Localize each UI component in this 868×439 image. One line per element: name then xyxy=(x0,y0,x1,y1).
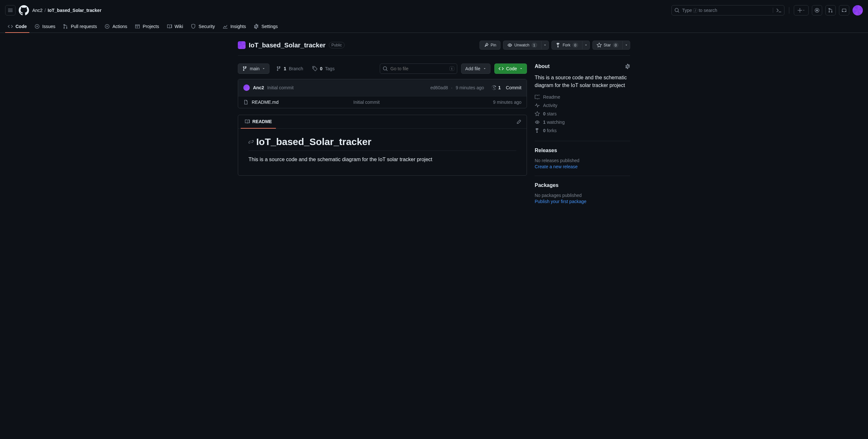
commit-author[interactable]: Anc2 xyxy=(253,85,264,90)
tab-security[interactable]: Security xyxy=(188,21,217,33)
watch-menu[interactable] xyxy=(541,41,549,49)
notifications-button[interactable] xyxy=(839,5,849,15)
add-file-button[interactable]: Add file xyxy=(461,64,491,74)
edit-readme-button[interactable] xyxy=(514,117,524,127)
caret-down-icon xyxy=(520,67,523,70)
link-icon[interactable] xyxy=(248,139,254,145)
tab-code[interactable]: Code xyxy=(5,21,29,33)
tab-pulls[interactable]: Pull requests xyxy=(60,21,99,33)
main-column: main 1 Branch 0 Tags t Add file Code Anc… xyxy=(238,64,527,210)
breadcrumb: Anc2 / IoT_based_Solar_tracker xyxy=(32,8,101,13)
readme-paragraph: This is a source code and the schematic … xyxy=(248,157,516,163)
pulls-button[interactable] xyxy=(826,5,836,15)
github-logo[interactable] xyxy=(19,5,29,15)
create-release-link[interactable]: Create a new release xyxy=(535,164,578,169)
go-to-file[interactable]: t xyxy=(380,64,457,74)
issue-opened-icon xyxy=(34,24,40,29)
caret-down-icon xyxy=(584,43,588,47)
branch-picker[interactable]: main xyxy=(238,64,270,74)
search-placeholder: Type / to search xyxy=(682,8,717,13)
fork-button[interactable]: Fork0 xyxy=(552,41,582,49)
table-row: README.md Initial commit 9 minutes ago xyxy=(238,96,527,108)
tab-wiki[interactable]: Wiki xyxy=(164,21,186,33)
command-palette-icon[interactable] xyxy=(773,8,781,13)
graph-icon xyxy=(223,24,228,29)
book-icon xyxy=(167,24,172,29)
repo-header: IoT_based_Solar_tracker Public Pin Unwat… xyxy=(238,41,630,56)
menu-button[interactable] xyxy=(5,5,16,15)
releases-title[interactable]: Releases xyxy=(535,147,630,154)
tab-insights[interactable]: Insights xyxy=(220,21,248,33)
pin-button[interactable]: Pin xyxy=(479,41,500,49)
star-button[interactable]: Star0 xyxy=(592,41,622,49)
inbox-icon xyxy=(841,8,847,13)
create-new-button[interactable] xyxy=(794,5,809,15)
go-to-file-key: t xyxy=(450,66,454,71)
owner-avatar[interactable] xyxy=(238,41,246,49)
caret-down-icon xyxy=(803,9,805,11)
unwatch-button[interactable]: Unwatch1 xyxy=(503,41,541,49)
book-icon xyxy=(535,95,540,100)
branches-link[interactable]: 1 Branch xyxy=(273,66,306,71)
readme-tab[interactable]: README xyxy=(241,115,276,129)
divider xyxy=(789,7,789,13)
repo-name[interactable]: IoT_based_Solar_tracker xyxy=(249,42,326,49)
readme-container: README IoT_based_Solar_tracker This is a… xyxy=(238,115,527,176)
activity-link[interactable]: Activity xyxy=(535,103,630,108)
sidebar: About This is a source code and the sche… xyxy=(535,64,630,210)
fork-icon xyxy=(535,128,540,133)
git-branch-icon xyxy=(276,66,281,71)
commit-time: 9 minutes ago xyxy=(456,85,484,90)
star-icon xyxy=(597,42,602,48)
about-title: About xyxy=(535,64,630,69)
user-avatar[interactable] xyxy=(852,5,863,15)
edit-about-button[interactable] xyxy=(625,64,630,69)
shield-icon xyxy=(191,24,196,29)
readme-link[interactable]: Readme xyxy=(535,95,630,100)
star-menu[interactable] xyxy=(622,41,630,49)
search-icon xyxy=(383,66,388,71)
breadcrumb-sep: / xyxy=(44,8,46,13)
publish-package-link[interactable]: Publish your first package xyxy=(535,199,586,204)
packages-title[interactable]: Packages xyxy=(535,182,630,188)
commit-sha[interactable]: ed60ad8 xyxy=(430,85,448,90)
gear-icon xyxy=(254,24,259,29)
file-commit-msg[interactable]: Initial commit xyxy=(353,100,463,105)
forks-link[interactable]: 0 forks xyxy=(535,128,630,133)
play-icon xyxy=(104,24,110,29)
watching-link[interactable]: 1 watching xyxy=(535,120,630,125)
file-icon xyxy=(243,100,248,105)
about-description: This is a source code and the schematic … xyxy=(535,74,630,89)
search-icon xyxy=(674,8,680,13)
code-download-button[interactable]: Code xyxy=(494,64,527,74)
caret-down-icon xyxy=(544,43,547,47)
tab-settings[interactable]: Settings xyxy=(251,21,280,33)
repo-tabs: Code Issues Pull requests Actions Projec… xyxy=(0,21,868,33)
eye-icon xyxy=(507,42,513,48)
owner-link[interactable]: Anc2 xyxy=(32,8,42,13)
commits-link[interactable]: 1 Commit xyxy=(491,85,522,90)
go-to-file-input[interactable] xyxy=(391,66,447,71)
tab-actions[interactable]: Actions xyxy=(102,21,130,33)
tags-link[interactable]: 0 Tags xyxy=(310,66,337,71)
latest-commit: Anc2 Initial commit ed60ad8 · 9 minutes … xyxy=(238,79,527,96)
commit-message[interactable]: Initial commit xyxy=(267,85,293,90)
visibility-pill: Public xyxy=(329,42,345,48)
caret-down-icon xyxy=(483,67,486,70)
fork-icon xyxy=(556,42,561,48)
git-branch-icon xyxy=(242,66,247,71)
pin-icon xyxy=(484,42,489,48)
star-icon xyxy=(535,111,540,116)
git-pull-request-icon xyxy=(63,24,68,29)
stars-link[interactable]: 0 stars xyxy=(535,111,630,116)
file-name[interactable]: README.md xyxy=(252,100,278,105)
repo-link[interactable]: IoT_based_Solar_tracker xyxy=(48,8,102,13)
tag-icon xyxy=(312,66,317,71)
file-toolbar: main 1 Branch 0 Tags t Add file Code xyxy=(238,64,527,74)
tab-projects[interactable]: Projects xyxy=(132,21,162,33)
commit-author-avatar[interactable] xyxy=(243,85,250,91)
issues-button[interactable] xyxy=(812,5,822,15)
fork-menu[interactable] xyxy=(582,41,590,49)
search-input[interactable]: Type / to search xyxy=(672,5,784,15)
tab-issues[interactable]: Issues xyxy=(32,21,58,33)
